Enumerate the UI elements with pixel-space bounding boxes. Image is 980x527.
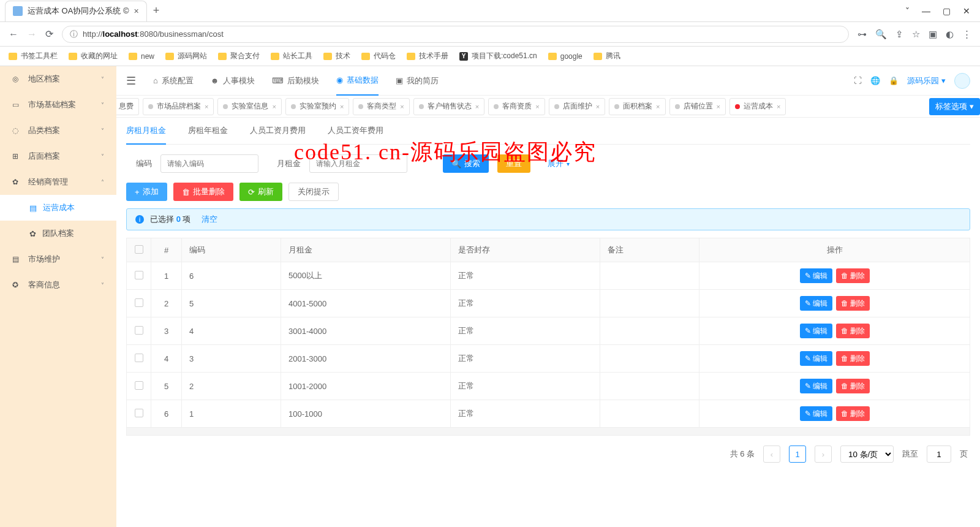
bookmark-item[interactable]: new	[129, 52, 154, 61]
tab-close-icon[interactable]: ×	[475, 103, 479, 110]
select-all-checkbox[interactable]	[135, 245, 143, 254]
expand-toggle[interactable]: 展开 ▾	[539, 154, 578, 173]
tab-chip-partial[interactable]: 息费	[116, 98, 139, 115]
page-tab[interactable]: 运营成本×	[729, 98, 786, 115]
delete-button[interactable]: 🗑 删除	[836, 268, 870, 283]
bookmark-item[interactable]: 腾讯	[594, 51, 620, 61]
page-tab[interactable]: 实验室信息×	[217, 98, 281, 115]
edit-button[interactable]: ✎ 编辑	[800, 379, 832, 393]
close-window-icon[interactable]: ✕	[963, 6, 970, 16]
hamburger-icon[interactable]: ☰	[126, 74, 136, 88]
page-tab[interactable]: 市场品牌档案×	[143, 98, 214, 115]
tab-close-icon[interactable]: ×	[134, 6, 139, 16]
key-icon[interactable]: ⊶	[858, 29, 867, 40]
sub-tab[interactable]: 人员工资月费用	[250, 118, 306, 144]
menu-icon[interactable]: ⋮	[962, 29, 971, 40]
bookmark-item[interactable]: 收藏的网址	[69, 51, 118, 61]
bulk-delete-button[interactable]: 🗑批量删除	[173, 183, 233, 201]
jump-input[interactable]	[927, 445, 951, 463]
edit-button[interactable]: ✎ 编辑	[800, 324, 832, 338]
chevron-down-icon[interactable]: ˅	[905, 6, 910, 16]
row-checkbox[interactable]	[135, 354, 143, 362]
delete-button[interactable]: 🗑 删除	[836, 406, 870, 421]
share-icon[interactable]: ⇪	[895, 29, 903, 40]
sidebar-item[interactable]: ▤市场维护˅	[0, 246, 116, 272]
maximize-icon[interactable]: ▢	[943, 6, 951, 16]
reset-button[interactable]: 重置	[497, 154, 530, 173]
sidebar-sub-item[interactable]: ▤运营成本	[0, 195, 116, 221]
star-icon[interactable]: ☆	[912, 29, 920, 40]
top-menu-item[interactable]: ☻人事模块	[211, 75, 255, 96]
tab-close-icon[interactable]: ×	[777, 103, 780, 110]
tab-close-icon[interactable]: ×	[596, 103, 600, 110]
profile-icon[interactable]: ◐	[946, 29, 954, 40]
page-tab[interactable]: 客商资质×	[488, 98, 545, 115]
row-checkbox[interactable]	[135, 271, 143, 279]
rent-input[interactable]	[309, 154, 407, 173]
edit-button[interactable]: ✎ 编辑	[800, 351, 832, 366]
edit-button[interactable]: ✎ 编辑	[800, 296, 832, 311]
fullscreen-icon[interactable]: ⛶	[854, 76, 862, 85]
bookmark-item[interactable]: 技术手册	[407, 51, 448, 61]
bookmark-item[interactable]: 站长工具	[271, 51, 312, 61]
sub-tab[interactable]: 人员工资年费用	[328, 118, 383, 144]
row-checkbox[interactable]	[135, 409, 143, 417]
delete-button[interactable]: 🗑 删除	[836, 379, 870, 393]
search-icon[interactable]: 🔍	[875, 29, 887, 40]
sub-tab[interactable]: 房租年租金	[188, 118, 228, 144]
bookmark-item[interactable]: 源码网站	[165, 51, 207, 61]
tab-close-icon[interactable]: ×	[205, 103, 208, 110]
tab-close-icon[interactable]: ×	[400, 103, 404, 110]
back-icon[interactable]: ←	[9, 29, 18, 40]
tab-close-icon[interactable]: ×	[340, 103, 344, 110]
sub-tab[interactable]: 房租月租金	[126, 118, 166, 145]
tab-close-icon[interactable]: ×	[717, 103, 720, 110]
address-bar[interactable]: ⓘ http://localhost:8080/businessman/cost	[62, 26, 849, 43]
page-tab[interactable]: 客商类型×	[353, 98, 409, 115]
top-menu-item[interactable]: ◉基础数据	[336, 75, 379, 96]
tab-close-icon[interactable]: ×	[272, 103, 276, 110]
bookmark-item[interactable]: 代码仓	[361, 51, 396, 61]
page-size-select[interactable]: 10 条/页	[840, 445, 894, 463]
page-number[interactable]: 1	[789, 445, 806, 463]
edit-button[interactable]: ✎ 编辑	[800, 268, 832, 283]
page-tab[interactable]: 实验室预约×	[285, 98, 349, 115]
code-input[interactable]	[160, 154, 258, 173]
globe-icon[interactable]: 🌐	[870, 76, 880, 85]
bookmark-item[interactable]: 聚合支付	[218, 51, 260, 61]
page-tab[interactable]: 店面维护×	[549, 98, 605, 115]
row-checkbox[interactable]	[135, 298, 143, 307]
page-tab[interactable]: 店铺位置×	[669, 98, 726, 115]
sidebar-item[interactable]: ✪客商信息˅	[0, 272, 116, 298]
top-menu-item[interactable]: ▣我的简历	[396, 75, 439, 96]
edit-button[interactable]: ✎ 编辑	[800, 406, 832, 421]
extension-icon[interactable]: ▣	[929, 29, 937, 40]
delete-button[interactable]: 🗑 删除	[836, 351, 870, 366]
sidebar-item[interactable]: ⊞店面档案˅	[0, 143, 116, 169]
bookmark-item[interactable]: google	[548, 52, 582, 61]
sidebar-item[interactable]: ◌品类档案˅	[0, 118, 116, 143]
minimize-icon[interactable]: —	[922, 6, 930, 16]
refresh-button[interactable]: ⟳刷新	[239, 183, 282, 201]
avatar[interactable]	[954, 73, 970, 89]
delete-button[interactable]: 🗑 删除	[836, 324, 870, 338]
delete-button[interactable]: 🗑 删除	[836, 296, 870, 311]
user-dropdown[interactable]: 源码乐园 ▾	[907, 75, 946, 86]
page-tab[interactable]: 面积档案×	[609, 98, 665, 115]
tag-options-button[interactable]: 标签选项 ▾	[929, 98, 980, 115]
tab-close-icon[interactable]: ×	[535, 103, 539, 110]
forward-icon[interactable]: →	[27, 29, 37, 40]
site-info-icon[interactable]: ⓘ	[70, 29, 78, 40]
top-menu-item[interactable]: ⌂系统配置	[153, 75, 194, 96]
row-checkbox[interactable]	[135, 326, 143, 335]
page-tab[interactable]: 客户销售状态×	[413, 98, 484, 115]
sidebar-item[interactable]: ▭市场基础档案˅	[0, 92, 116, 118]
reload-icon[interactable]: ⟳	[45, 28, 53, 40]
prev-page-button[interactable]: ‹	[763, 445, 780, 463]
bookmark-item[interactable]: 书签工具栏	[9, 51, 58, 61]
sidebar-item[interactable]: ◎地区档案˅	[0, 66, 116, 92]
browser-tab[interactable]: 运营成本 OA协同办公系统 © ×	[5, 1, 147, 21]
tab-close-icon[interactable]: ×	[656, 103, 660, 110]
search-button[interactable]: 🔍搜索	[443, 154, 489, 173]
bookmark-item[interactable]: Y项目下载:code51.cn	[459, 51, 537, 61]
